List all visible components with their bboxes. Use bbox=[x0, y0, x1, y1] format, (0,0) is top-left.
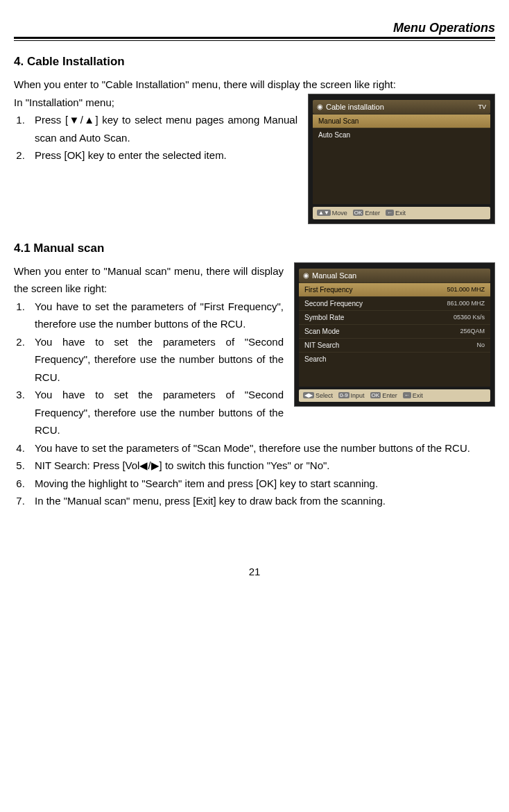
screenshot-cable-installation: Cable installation TV Manual Scan Auto S… bbox=[308, 94, 495, 224]
page-number: 21 bbox=[14, 566, 495, 577]
list-item: In the "Manual scan" menu, press [Exit] … bbox=[28, 492, 495, 510]
screenshot-row: First Frequency501.000 MHZ bbox=[299, 282, 490, 296]
footer-hint: ←Exit bbox=[403, 392, 423, 399]
footer-hint: OKEnter bbox=[353, 210, 380, 217]
page-header: Menu Operations bbox=[14, 21, 495, 37]
screenshot-titlebar: Cable installation TV bbox=[313, 100, 490, 114]
screenshot-menu-item: Auto Scan bbox=[313, 128, 490, 142]
screenshot-row: Search bbox=[299, 352, 490, 366]
section-4-intro: When you enter to "Cable Installation" m… bbox=[14, 76, 495, 94]
screenshot-row: Second Frequency861.000 MHZ bbox=[299, 296, 490, 310]
screenshot-title: Cable installation bbox=[326, 103, 384, 111]
screenshot-row: NIT SearchNo bbox=[299, 338, 490, 352]
screenshot-footer: ◀▶Select 0-9Input OKEnter ←Exit bbox=[299, 389, 490, 402]
screenshot-title: Manual Scan bbox=[312, 271, 356, 280]
screenshot-manual-scan: Manual Scan First Frequency501.000 MHZ S… bbox=[294, 262, 495, 407]
section-4-heading: 4. Cable Installation bbox=[14, 55, 495, 69]
screenshot-footer: ▲▼Move OKEnter ←Exit bbox=[313, 207, 490, 219]
section-41-heading: 4.1 Manual scan bbox=[14, 242, 495, 255]
header-divider bbox=[14, 37, 495, 41]
footer-hint: 0-9Input bbox=[338, 392, 365, 399]
footer-hint: ←Exit bbox=[386, 210, 406, 217]
footer-hint: ▲▼Move bbox=[317, 210, 347, 217]
footer-hint: ◀▶Select bbox=[303, 392, 333, 399]
screenshot-row: Scan Mode256QAM bbox=[299, 324, 490, 338]
list-item: You have to set the parameters of "Scan … bbox=[28, 439, 495, 457]
footer-hint: OKEnter bbox=[370, 392, 397, 399]
list-item: Moving the highlight to "Search" item an… bbox=[28, 475, 495, 493]
screenshot-row: Symbol Rate05360 Ks/s bbox=[299, 310, 490, 324]
list-item: NIT Search: Press [Vol◀/▶] to switch thi… bbox=[28, 457, 495, 475]
screenshot-menu-item: Manual Scan bbox=[313, 114, 490, 128]
screenshot-titlebar: Manual Scan bbox=[299, 269, 490, 282]
screenshot-tag: TV bbox=[478, 103, 486, 110]
